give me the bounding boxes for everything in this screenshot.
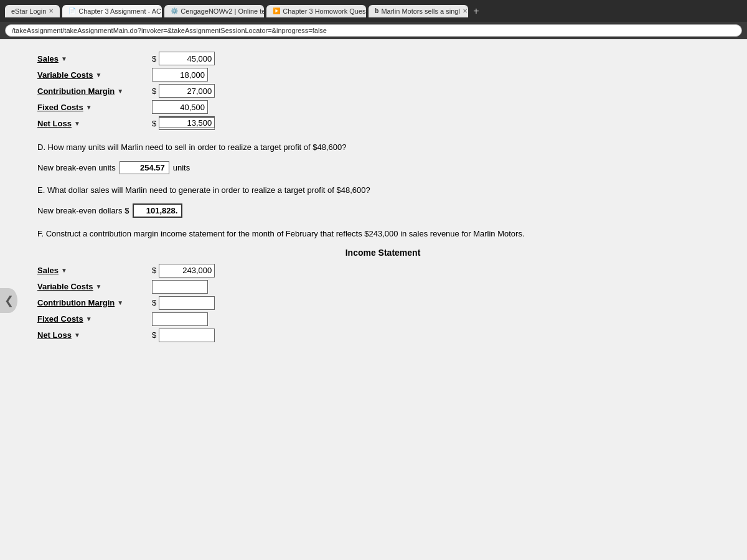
label-net-loss: Net Loss ▼: [37, 119, 149, 128]
bottom-variable-costs-dropdown-icon[interactable]: ▼: [96, 283, 102, 290]
net-loss-dropdown-icon[interactable]: ▼: [74, 120, 80, 127]
bottom-fixed-costs-dropdown-icon[interactable]: ▼: [86, 315, 92, 322]
section-e-value-box[interactable]: 101,828.: [133, 203, 182, 218]
bottom-income-table: Sales ▼ $ 243,000 Variable Costs ▼: [37, 264, 728, 342]
tab-icon: ▶️: [273, 7, 280, 14]
label-fixed-costs: Fixed Costs ▼: [37, 103, 149, 112]
main-content: Sales ▼ $ 45,000 Variable Costs ▼ 18,000: [19, 39, 747, 560]
bottom-net-loss-value-box[interactable]: [159, 329, 215, 342]
tab-estar-login[interactable]: eStar Login ✕: [5, 5, 60, 17]
bottom-contribution-margin-label-text: Contribution Margin: [37, 298, 115, 307]
variable-costs-dropdown-icon[interactable]: ▼: [96, 72, 102, 78]
bottom-sales-label-text: Sales: [37, 266, 59, 275]
contribution-margin-value-box[interactable]: 27,000: [159, 84, 215, 98]
bottom-table-row-net-loss: Net Loss ▼ $: [37, 329, 728, 342]
net-loss-value: 13,500: [187, 118, 212, 128]
bottom-table-row-sales: Sales ▼ $ 243,000: [37, 264, 728, 278]
section-f-text: F. Construct a contribution margin incom…: [37, 229, 525, 238]
tab-close-icon[interactable]: ✕: [463, 7, 467, 14]
label-variable-costs: Variable Costs ▼: [37, 70, 149, 80]
tab-label: eStar Login: [11, 7, 46, 15]
tab-label: Chapter 3 Homowork Ques: [283, 7, 365, 15]
tab-close-icon[interactable]: ✕: [49, 7, 54, 14]
label-sales: Sales ▼: [37, 54, 149, 63]
section-e-label: New break-even dollars $: [37, 206, 129, 215]
bottom-sales-value-box[interactable]: 243,000: [159, 264, 215, 278]
address-bar: [0, 22, 747, 39]
fixed-costs-dropdown-icon[interactable]: ▼: [86, 104, 92, 111]
new-tab-button[interactable]: +: [473, 6, 479, 17]
bottom-variable-costs-value-box[interactable]: [152, 280, 208, 294]
bottom-table-row-fixed-costs: Fixed Costs ▼: [37, 312, 728, 326]
content-area: ❮ Sales ▼ $ 45,000 Variable Costs ▼: [0, 39, 747, 560]
section-d-label: New break-even units: [37, 163, 116, 172]
contribution-margin-label-text: Contribution Margin: [37, 86, 115, 96]
bottom-contribution-margin-value-box[interactable]: [159, 296, 215, 310]
tab-icon: 📄: [68, 7, 76, 14]
section-e-value: 101,828.: [146, 206, 178, 215]
variable-costs-value-box[interactable]: 18,000: [152, 68, 208, 82]
net-loss-value-box[interactable]: 13,500: [159, 116, 215, 130]
tab-chapter3-homework[interactable]: ▶️ Chapter 3 Homowork Ques ✕: [266, 5, 366, 17]
label-contribution-margin: Contribution Margin ▼: [37, 86, 149, 96]
table-row-fixed-costs: Fixed Costs ▼ 40,500: [37, 100, 728, 114]
tab-cengage[interactable]: ⚙️ CengageNOWv2 | Online te ✕: [164, 5, 264, 17]
bottom-sales-dropdown-icon[interactable]: ▼: [61, 267, 67, 274]
bottom-label-net-loss: Net Loss ▼: [37, 330, 149, 340]
top-income-table: Sales ▼ $ 45,000 Variable Costs ▼ 18,000: [37, 52, 728, 130]
bottom-contribution-margin-dropdown-icon[interactable]: ▼: [117, 299, 123, 306]
section-d-value: 254.57: [140, 163, 165, 172]
section-d-answer-row: New break-even units 254.57 units: [37, 161, 728, 174]
bottom-sales-value: 243,000: [182, 266, 212, 275]
section-f-question: F. Construct a contribution margin incom…: [37, 228, 728, 240]
bottom-label-sales: Sales ▼: [37, 266, 149, 275]
bottom-net-loss-dropdown-icon[interactable]: ▼: [74, 332, 80, 338]
tab-label: Marlin Motors sells a singl: [381, 7, 460, 15]
bottom-net-loss-label-text: Net Loss: [37, 330, 72, 340]
bottom-label-fixed-costs: Fixed Costs ▼: [37, 314, 149, 324]
bottom-variable-costs-label-text: Variable Costs: [37, 282, 93, 291]
tab-chapter3-assignment[interactable]: 📄 Chapter 3 Assignment - AC ✕: [62, 5, 162, 17]
browser-chrome: eStar Login ✕ 📄 Chapter 3 Assignment - A…: [0, 0, 747, 22]
fixed-costs-value-box[interactable]: 40,500: [152, 100, 208, 114]
bottom-label-contribution-margin: Contribution Margin ▼: [37, 298, 149, 307]
variable-costs-label-text: Variable Costs: [37, 70, 93, 80]
contribution-margin-value: 27,000: [187, 86, 212, 96]
tab-label: CengageNOWv2 | Online te: [181, 7, 264, 15]
section-e-text: E. What dollar sales will Marlin need to…: [37, 185, 370, 195]
fixed-costs-label-text: Fixed Costs: [37, 103, 83, 112]
sales-label-text: Sales: [37, 54, 59, 63]
sales-value: 45,000: [187, 54, 212, 63]
bottom-table-row-variable-costs: Variable Costs ▼: [37, 280, 728, 294]
bottom-label-variable-costs: Variable Costs ▼: [37, 282, 149, 291]
tab-icon: b: [375, 7, 378, 14]
section-d-text: D. How many units will Marlin need to se…: [37, 142, 346, 152]
net-loss-label-text: Net Loss: [37, 119, 72, 128]
tab-icon: ⚙️: [171, 7, 178, 14]
sales-dropdown-icon[interactable]: ▼: [61, 55, 67, 62]
bottom-table-row-contribution-margin: Contribution Margin ▼ $: [37, 296, 728, 310]
section-e-answer-row: New break-even dollars $ 101,828.: [37, 203, 728, 218]
table-row-contribution-margin: Contribution Margin ▼ $ 27,000: [37, 84, 728, 98]
nav-back-button[interactable]: ❮: [0, 288, 17, 313]
section-e-question: E. What dollar sales will Marlin need to…: [37, 184, 728, 197]
table-row-net-loss: Net Loss ▼ $ 13,500: [37, 116, 728, 130]
fixed-costs-value: 40,500: [180, 103, 205, 112]
chevron-left-icon: ❮: [4, 294, 14, 307]
contribution-margin-dropdown-icon[interactable]: ▼: [117, 88, 123, 95]
bottom-fixed-costs-value-box[interactable]: [152, 312, 208, 326]
tab-label: Chapter 3 Assignment - AC: [78, 7, 161, 15]
url-input[interactable]: [5, 24, 742, 37]
section-d-unit: units: [173, 163, 190, 172]
sales-value-box[interactable]: 45,000: [159, 52, 215, 65]
bottom-fixed-costs-label-text: Fixed Costs: [37, 314, 83, 324]
variable-costs-value: 18,000: [180, 70, 205, 80]
table-row-variable-costs: Variable Costs ▼ 18,000: [37, 68, 728, 82]
tab-marlin[interactable]: b Marlin Motors sells a singl ✕: [369, 5, 468, 17]
income-statement-title: Income Statement: [37, 248, 728, 258]
section-d-value-box[interactable]: 254.57: [120, 161, 169, 174]
section-d-question: D. How many units will Marlin need to se…: [37, 141, 728, 154]
table-row-sales: Sales ▼ $ 45,000: [37, 52, 728, 65]
